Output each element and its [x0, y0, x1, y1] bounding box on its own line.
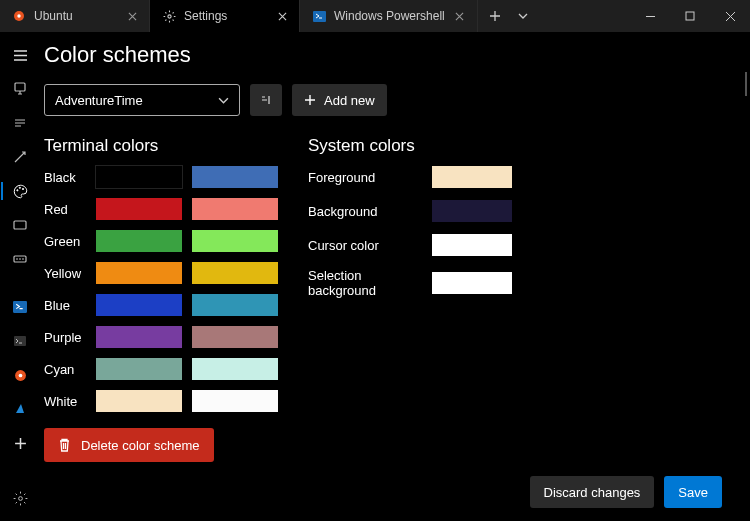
actions-icon[interactable] [0, 242, 40, 276]
scrollbar[interactable] [738, 32, 750, 521]
rename-scheme-button[interactable] [250, 84, 282, 116]
add-new-label: Add new [324, 93, 375, 108]
delete-scheme-button[interactable]: Delete color scheme [44, 428, 214, 462]
color-swatch-normal[interactable] [96, 166, 182, 188]
tab-strip: Ubuntu Settings Windows Powershell [0, 0, 630, 32]
color-swatch-normal[interactable] [96, 326, 182, 348]
system-color-swatch[interactable] [432, 200, 512, 222]
svg-point-7 [19, 187, 20, 188]
color-swatch-normal[interactable] [96, 198, 182, 220]
add-profile-icon[interactable] [0, 426, 40, 460]
tab-ubuntu[interactable]: Ubuntu [0, 0, 150, 32]
appearance-icon[interactable] [0, 140, 40, 174]
system-color-label: Foreground [308, 170, 424, 185]
svg-rect-4 [686, 12, 694, 20]
color-swatch-normal[interactable] [96, 230, 182, 252]
color-swatch-bright[interactable] [192, 262, 278, 284]
svg-point-6 [16, 189, 17, 190]
tab-actions [478, 0, 540, 32]
tab-powershell[interactable]: Windows Powershell [300, 0, 478, 32]
scrollbar-thumb[interactable] [745, 72, 747, 96]
settings-gear-icon[interactable] [0, 481, 40, 515]
color-row-label: Cyan [44, 362, 86, 377]
sidebar [0, 32, 40, 521]
content: Color schemes AdventureTime Add new [40, 32, 750, 521]
system-color-swatch[interactable] [432, 272, 512, 294]
svg-rect-9 [14, 221, 26, 229]
svg-point-1 [17, 14, 20, 17]
close-icon[interactable] [453, 9, 467, 23]
svg-rect-3 [313, 11, 326, 22]
discard-label: Discard changes [544, 485, 641, 500]
color-row-label: Green [44, 234, 86, 249]
color-swatch-normal[interactable] [96, 262, 182, 284]
color-swatch-bright[interactable] [192, 390, 278, 412]
system-color-label: Selection background [308, 268, 424, 298]
window-controls [630, 0, 750, 32]
svg-point-2 [167, 14, 170, 17]
terminal-colors-section: Terminal colors BlackRedGreenYellowBlueP… [44, 136, 278, 462]
gear-icon [162, 9, 176, 23]
color-swatch-bright[interactable] [192, 326, 278, 348]
trash-icon [58, 438, 71, 452]
svg-rect-5 [15, 83, 25, 91]
system-color-swatch[interactable] [432, 234, 512, 256]
system-colors-section: System colors ForegroundBackgroundCursor… [308, 136, 512, 462]
tab-settings[interactable]: Settings [150, 0, 300, 32]
toolbar: AdventureTime Add new [44, 84, 736, 116]
color-row-label: White [44, 394, 86, 409]
color-swatch-bright[interactable] [192, 358, 278, 380]
color-swatch-normal[interactable] [96, 294, 182, 316]
sections: Terminal colors BlackRedGreenYellowBlueP… [44, 136, 736, 462]
maximize-button[interactable] [670, 0, 710, 32]
save-button[interactable]: Save [664, 476, 722, 508]
color-row-label: Blue [44, 298, 86, 313]
new-tab-button[interactable] [484, 0, 506, 32]
azure-profile-icon[interactable] [0, 392, 40, 426]
close-icon[interactable] [125, 9, 139, 23]
chevron-down-icon [218, 95, 229, 106]
svg-rect-12 [14, 336, 26, 346]
startup-icon[interactable] [0, 72, 40, 106]
rendering-icon[interactable] [0, 208, 40, 242]
color-swatch-bright[interactable] [192, 230, 278, 252]
svg-point-8 [22, 188, 23, 189]
powershell-profile-icon[interactable] [0, 290, 40, 324]
delete-scheme-label: Delete color scheme [81, 438, 200, 453]
color-swatch-normal[interactable] [96, 390, 182, 412]
ubuntu-profile-icon[interactable] [0, 358, 40, 392]
color-row-label: Yellow [44, 266, 86, 281]
system-color-swatch[interactable] [432, 166, 512, 188]
svg-rect-11 [13, 301, 27, 313]
tab-label: Ubuntu [34, 9, 117, 23]
scheme-select-value: AdventureTime [55, 93, 143, 108]
close-window-button[interactable] [710, 0, 750, 32]
powershell-icon [312, 9, 326, 23]
color-swatch-bright[interactable] [192, 294, 278, 316]
page-title: Color schemes [44, 42, 736, 68]
interaction-icon[interactable] [0, 106, 40, 140]
color-row-label: Black [44, 170, 86, 185]
minimize-button[interactable] [630, 0, 670, 32]
color-swatch-bright[interactable] [192, 166, 278, 188]
color-row-label: Red [44, 202, 86, 217]
color-swatch-bright[interactable] [192, 198, 278, 220]
color-swatch-normal[interactable] [96, 358, 182, 380]
discard-changes-button[interactable]: Discard changes [530, 476, 655, 508]
cmd-profile-icon[interactable] [0, 324, 40, 358]
footer: Discard changes Save [44, 462, 736, 521]
new-tab-dropdown[interactable] [512, 0, 534, 32]
hamburger-icon[interactable] [0, 38, 40, 72]
terminal-colors-heading: Terminal colors [44, 136, 278, 156]
svg-point-14 [18, 373, 22, 377]
color-schemes-icon[interactable] [0, 174, 40, 208]
tab-label: Windows Powershell [334, 9, 445, 23]
scheme-select[interactable]: AdventureTime [44, 84, 240, 116]
system-colors-heading: System colors [308, 136, 512, 156]
close-icon[interactable] [275, 9, 289, 23]
add-new-button[interactable]: Add new [292, 84, 387, 116]
system-color-label: Background [308, 204, 424, 219]
system-color-label: Cursor color [308, 238, 424, 253]
svg-point-15 [18, 496, 22, 500]
title-bar: Ubuntu Settings Windows Powershell [0, 0, 750, 32]
